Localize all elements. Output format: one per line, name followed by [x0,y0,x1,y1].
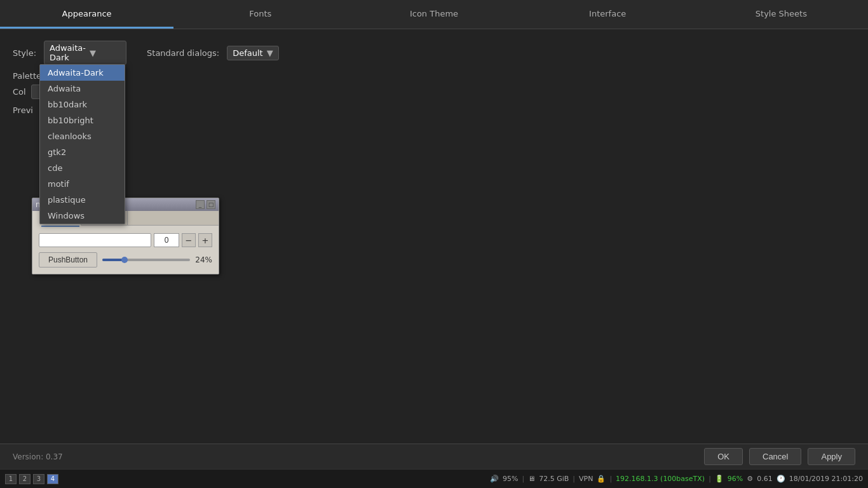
style-row: Style: Adwaita-Dark ▼ Standard dialogs: … [13,36,855,65]
tab-fonts[interactable]: Fonts [173,0,347,29]
vpn-icon: 🔒 [597,475,606,483]
slider-pct-label: 24% [195,255,212,264]
vpn-label: VPN [579,475,593,483]
taskbar-pager: 1 2 3 4 [5,474,58,484]
dropdown-item-cleanlooks[interactable]: cleanlooks [40,128,125,144]
taskbar: 1 2 3 4 🔊 95% | 🖥 72.5 GiB | VPN 🔒 | 192… [0,469,868,488]
tab-appearance[interactable]: Appearance [0,0,173,29]
tab-style-sheets[interactable]: Style Sheets [695,0,868,29]
storage-icon: 🖥 [528,475,535,483]
standard-dialogs-dropdown[interactable]: Default ▼ [227,46,279,60]
maximize-icon[interactable]: □ [207,200,215,209]
dropdown-item-motif[interactable]: motif [40,176,125,192]
battery-label: 96% [728,475,743,483]
style-dropdown-popup: Adwaita-Dark Adwaita bb10dark bb10bright… [39,64,125,224]
bottom-buttons: OK Cancel Apply [704,448,855,465]
datetime-label: 18/01/2019 21:01:20 [789,475,863,483]
apply-button[interactable]: Apply [808,448,855,465]
spin-decrement-button[interactable]: − [182,233,196,247]
preview-button-row: PushButton 24% [39,252,212,268]
color-row: Col ▼ ... [13,85,855,99]
preview-spinbox[interactable]: 0 [154,233,179,247]
style-value: Adwaita-Dark [50,43,86,62]
preview-slider: 24% [102,255,212,264]
slider-track[interactable] [102,259,190,261]
volume-label: 95% [503,475,518,483]
storage-label: 72.5 GiB [539,475,569,483]
slider-thumb [121,257,128,263]
dropdown-item-cde[interactable]: cde [40,160,125,176]
preview-text-input[interactable] [39,233,151,247]
pager-2[interactable]: 2 [19,474,31,484]
minimize-icon[interactable]: _ [196,200,205,209]
slider-fill [102,259,123,261]
dropdown-item-plastique[interactable]: plastique [40,192,125,208]
dropdown-item-windows[interactable]: Windows [40,208,125,224]
chevron-down-icon-2: ▼ [267,48,273,58]
preview-body: 0 − + PushButton 24% [32,227,219,274]
dropdown-item-bb10dark[interactable]: bb10dark [40,97,125,112]
style-label: Style: [13,48,36,58]
battery-icon: 🔋 [715,475,724,483]
pager-3[interactable]: 3 [33,474,44,484]
version-text: Version: 0.37 [13,452,63,461]
preview-push-button[interactable]: PushButton [39,252,97,268]
standard-dialogs-label: Standard dialogs: [147,48,219,58]
dropdown-item-adwaita[interactable]: Adwaita [40,81,125,97]
dropdown-item-bb10bright[interactable]: bb10bright [40,112,125,128]
dropdown-item-adwaita-dark[interactable]: Adwaita-Dark [40,65,125,81]
pager-1[interactable]: 1 [5,474,17,484]
dropdown-item-gtk2[interactable]: gtk2 [40,144,125,160]
clock-icon: 🕐 [776,475,785,483]
cpu-label: 0.61 [757,475,773,483]
bottom-bar: Version: 0.37 OK Cancel Apply [0,444,868,469]
style-dropdown[interactable]: Adwaita-Dark ▼ [44,41,126,65]
preview-label: Previ [13,105,855,115]
tab-bar: Appearance Fonts Icon Theme Interface St… [0,0,868,29]
taskbar-right: 🔊 95% | 🖥 72.5 GiB | VPN 🔒 | 192.168.1.3… [490,475,863,483]
volume-icon: 🔊 [490,475,499,483]
ok-button[interactable]: OK [704,448,743,465]
ip-label: 192.168.1.3 (100baseTX) [616,475,705,483]
preview-input-row: 0 − + [39,233,212,247]
palette-row: Palette: [13,71,855,81]
chevron-down-icon: ▼ [90,48,121,58]
standard-dialogs-value: Default [233,48,263,58]
cancel-button[interactable]: Cancel [749,448,801,465]
main-content: Style: Adwaita-Dark ▼ Standard dialogs: … [0,29,868,444]
pager-4[interactable]: 4 [47,474,58,484]
tab-icon-theme[interactable]: Icon Theme [347,0,520,29]
tab-interface[interactable]: Interface [521,0,695,29]
spin-increment-button[interactable]: + [198,233,212,247]
color-label: Col [13,87,26,97]
preview-window-controls: _ □ [196,200,215,209]
gear-icon: ⚙ [747,475,753,483]
